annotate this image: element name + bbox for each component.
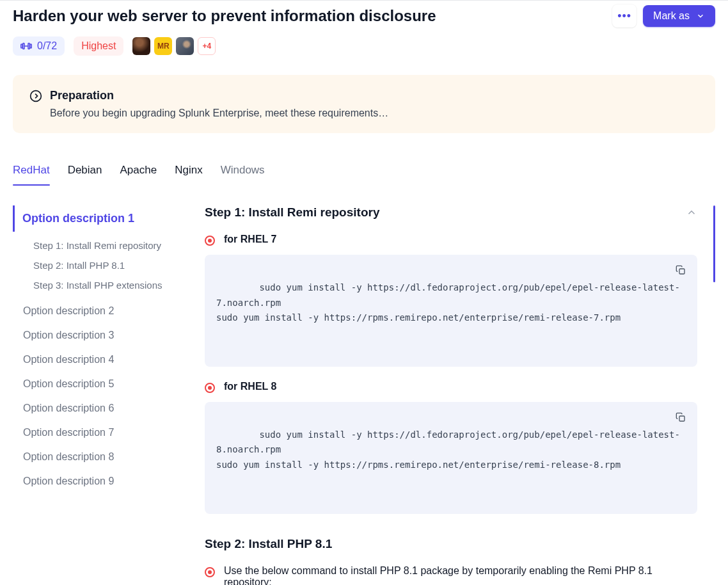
step-2-title: Step 2: Install PHP 8.1 (205, 537, 697, 551)
sidebar-item-option-5[interactable]: Option description 5 (17, 372, 194, 396)
sidebar-item-option-7[interactable]: Option description 7 (17, 421, 194, 445)
more-actions-button[interactable]: ••• (612, 4, 637, 28)
svg-rect-3 (28, 44, 29, 49)
step2-bullet-1: Use the below command to install PHP 8.1… (224, 565, 697, 585)
tab-windows[interactable]: Windows (221, 159, 265, 186)
page-title: Harden your web server to prevent inform… (13, 7, 436, 25)
sidebar-step-1[interactable]: Step 1: Install Remi repository (17, 236, 194, 255)
assignees-group: MR +4 (132, 37, 216, 55)
code-text: sudo yum install -y https://dl.fedorapro… (216, 429, 680, 470)
target-icon (205, 236, 215, 246)
right-circle-icon (29, 90, 42, 102)
tab-nginx[interactable]: Nginx (175, 159, 202, 186)
target-icon (205, 567, 215, 577)
platform-tabs: RedHat Debian Apache Nginx Windows (13, 159, 715, 186)
tab-redhat[interactable]: RedHat (13, 159, 50, 186)
svg-point-5 (31, 90, 42, 101)
priority-pill[interactable]: Highest (74, 36, 123, 56)
code-block-rhel8: sudo yum install -y https://dl.fedorapro… (205, 402, 697, 514)
target-icon (205, 383, 215, 393)
priority-label: Highest (81, 40, 116, 52)
preparation-body: Before you begin upgrading Splunk Enterp… (50, 108, 699, 119)
sidebar-step-3[interactable]: Step 3: Install PHP extensions (17, 275, 194, 295)
copy-icon (676, 265, 686, 275)
svg-rect-7 (679, 416, 684, 421)
copy-button[interactable] (672, 261, 690, 279)
mark-as-label: Mark as (653, 10, 690, 22)
preparation-title: Preparation (50, 89, 114, 102)
mark-as-button[interactable]: Mark as (643, 5, 715, 27)
copy-button[interactable] (672, 408, 690, 426)
dots-icon: ••• (617, 10, 631, 23)
progress-count-pill[interactable]: 0/72 (13, 36, 65, 56)
tab-apache[interactable]: Apache (120, 159, 157, 186)
sidebar-item-option-3[interactable]: Option description 3 (17, 323, 194, 348)
preparation-callout: Preparation Before you begin upgrading S… (13, 75, 715, 133)
svg-rect-0 (21, 44, 22, 48)
svg-rect-1 (23, 44, 24, 49)
sidebar-item-option-8[interactable]: Option description 8 (17, 445, 194, 469)
avatar[interactable] (132, 37, 150, 55)
avatar[interactable] (176, 37, 194, 55)
rhel7-label: for RHEL 7 (224, 234, 276, 245)
barbell-icon (20, 42, 32, 51)
chevron-up-icon[interactable] (686, 207, 697, 218)
code-text: sudo yum install -y https://dl.fedorapro… (216, 282, 680, 323)
progress-count-text: 0/72 (37, 40, 57, 52)
avatar[interactable]: MR (154, 37, 172, 55)
svg-rect-6 (679, 269, 684, 274)
sidebar-item-option-6[interactable]: Option description 6 (17, 396, 194, 421)
sidebar-item-option-4[interactable]: Option description 4 (17, 348, 194, 372)
sidebar-step-2[interactable]: Step 2: Intall PHP 8.1 (17, 255, 194, 275)
code-block-rhel7: sudo yum install -y https://dl.fedorapro… (205, 255, 697, 367)
sidebar-item-option-1[interactable]: Option description 1 (13, 205, 194, 232)
options-sidebar: Option description 1 Step 1: Install Rem… (13, 205, 205, 585)
rhel8-label: for RHEL 8 (224, 381, 276, 392)
main-content: Step 1: Install Remi repository for RHEL… (205, 205, 715, 585)
step-1-title: Step 1: Install Remi repository (205, 205, 379, 220)
sidebar-item-option-9[interactable]: Option description 9 (17, 469, 194, 493)
scroll-indicator[interactable] (713, 205, 715, 282)
tab-debian[interactable]: Debian (68, 159, 102, 186)
chevron-down-icon (696, 12, 705, 20)
svg-rect-4 (30, 44, 31, 48)
avatar-more[interactable]: +4 (198, 37, 216, 55)
sidebar-item-option-2[interactable]: Option description 2 (17, 299, 194, 323)
copy-icon (676, 412, 686, 422)
